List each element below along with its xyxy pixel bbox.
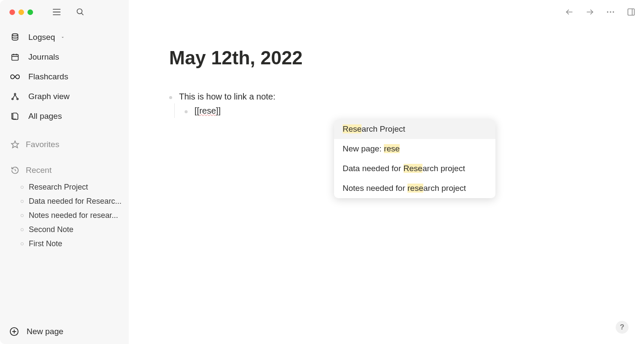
block-text: [[rese]] <box>194 106 221 116</box>
sidebar-item-label: Graph view <box>28 92 70 101</box>
more-icon[interactable] <box>606 11 615 13</box>
recent-item-label: First Note <box>29 239 62 248</box>
window-maximize-icon[interactable] <box>27 9 33 15</box>
recent-item[interactable]: First Note <box>15 237 123 251</box>
svg-point-12 <box>17 98 18 100</box>
new-page-label: New page <box>27 327 64 336</box>
section-recent[interactable]: Recent <box>0 160 129 180</box>
window-controls <box>0 8 129 16</box>
svg-point-23 <box>607 11 608 12</box>
sidebar-item-journals[interactable]: Journals <box>0 47 129 67</box>
autocomplete-item[interactable]: Data needed for Research project <box>334 159 495 178</box>
svg-line-13 <box>13 95 15 98</box>
infinity-icon <box>10 74 20 80</box>
database-icon <box>10 33 20 42</box>
svg-line-4 <box>82 13 83 15</box>
recent-item-label: Research Project <box>29 183 88 192</box>
graph-icon <box>10 92 20 101</box>
nav-forward-icon[interactable] <box>586 8 594 16</box>
star-icon <box>10 140 20 149</box>
new-page-button[interactable]: New page <box>9 327 119 336</box>
sidebar-item-graph[interactable]: Graph view <box>0 87 129 106</box>
autocomplete-item[interactable]: New page: rese <box>334 139 495 159</box>
block[interactable]: This is how to link a note: <box>169 92 618 102</box>
recent-list: Research Project Data needed for Researc… <box>0 180 129 251</box>
recent-item-label: Data needed for Researc... <box>29 197 122 206</box>
recent-item[interactable]: Notes needed for resear... <box>15 208 123 223</box>
block[interactable]: [[rese]] <box>185 106 618 116</box>
svg-line-17 <box>15 170 16 171</box>
svg-rect-26 <box>628 9 635 15</box>
bullet-icon[interactable] <box>185 110 188 113</box>
plus-circle-icon <box>9 327 19 336</box>
svg-marker-15 <box>12 141 19 148</box>
help-button[interactable]: ? <box>616 321 629 334</box>
nav-back-icon[interactable] <box>565 8 574 16</box>
autocomplete-popup: Research Project New page: rese Data nee… <box>334 119 495 198</box>
calendar-icon <box>10 53 20 61</box>
block-text: This is how to link a note: <box>179 92 276 102</box>
chevron-down-icon <box>60 35 65 40</box>
autocomplete-item[interactable]: Research Project <box>334 119 495 139</box>
window-close-icon[interactable] <box>9 9 15 15</box>
recent-item-label: Second Note <box>29 225 73 234</box>
editor: May 12th, 2022 This is how to link a not… <box>129 0 644 344</box>
sidebar: Logseq Journals Flashcards Graph view <box>0 0 129 344</box>
right-sidebar-toggle-icon[interactable] <box>627 8 635 16</box>
svg-point-25 <box>613 11 614 12</box>
svg-point-24 <box>610 11 611 12</box>
recent-item[interactable]: Second Note <box>15 223 123 237</box>
svg-point-11 <box>12 98 13 100</box>
menu-icon[interactable] <box>52 8 61 16</box>
window-minimize-icon[interactable] <box>18 9 24 15</box>
bullet-icon[interactable] <box>169 96 172 99</box>
recent-item[interactable]: Data needed for Researc... <box>15 194 123 208</box>
sidebar-item-label: All pages <box>28 112 62 121</box>
sidebar-item-label: Flashcards <box>28 72 68 81</box>
svg-rect-6 <box>12 54 18 60</box>
autocomplete-item[interactable]: Notes needed for research project <box>334 178 495 198</box>
svg-point-10 <box>14 94 15 95</box>
svg-point-5 <box>12 34 18 36</box>
search-icon[interactable] <box>76 8 85 16</box>
page-title[interactable]: May 12th, 2022 <box>169 47 618 69</box>
svg-line-14 <box>15 95 17 98</box>
help-label: ? <box>620 323 624 332</box>
workspace-name: Logseq <box>28 33 55 42</box>
recent-item[interactable]: Research Project <box>15 180 123 194</box>
history-icon <box>10 166 20 175</box>
section-label: Favorites <box>26 140 59 149</box>
workspace-switcher[interactable]: Logseq <box>0 27 129 47</box>
section-label: Recent <box>26 166 52 175</box>
recent-item-label: Notes needed for resear... <box>29 211 118 220</box>
pages-icon <box>10 112 20 121</box>
sidebar-item-label: Journals <box>28 52 59 62</box>
section-favorites[interactable]: Favorites <box>0 135 129 154</box>
toolbar-right <box>565 8 635 16</box>
sidebar-item-allpages[interactable]: All pages <box>0 106 129 126</box>
sidebar-item-flashcards[interactable]: Flashcards <box>0 67 129 87</box>
